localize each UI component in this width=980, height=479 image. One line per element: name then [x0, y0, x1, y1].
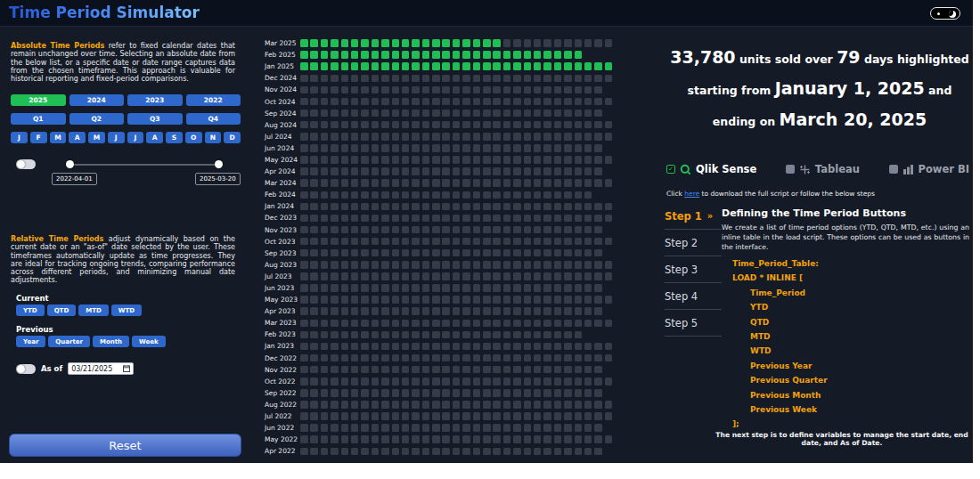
month-button-a[interactable]: A: [69, 132, 86, 143]
calendar-day-cell: [321, 354, 329, 362]
month-button-a[interactable]: A: [146, 132, 163, 143]
quarter-button-q4[interactable]: Q4: [186, 113, 241, 125]
year-button-2025[interactable]: 2025: [11, 94, 66, 106]
current-button-qtd[interactable]: QTD: [47, 304, 77, 316]
tool-tab-power-bi[interactable]: Power BI: [889, 163, 969, 175]
as-of-toggle[interactable]: [16, 364, 36, 374]
calendar-day-cell: [321, 424, 329, 432]
calendar-day-cell: [575, 110, 583, 118]
month-button-n[interactable]: N: [205, 132, 222, 143]
previous-button-year[interactable]: Year: [16, 336, 45, 347]
slider-handle-end[interactable]: [215, 160, 223, 168]
calendar-days: [300, 226, 602, 234]
download-link[interactable]: here: [684, 190, 699, 198]
calendar-day-cell: [442, 167, 450, 175]
step-item-1[interactable]: Step 1»: [665, 203, 722, 230]
calendar-day-cell: [543, 179, 551, 187]
calendar-day-cell: [462, 435, 470, 443]
year-button-2024[interactable]: 2024: [69, 94, 125, 106]
calendar-day-cell: [594, 284, 602, 292]
quarter-button-q2[interactable]: Q2: [69, 113, 125, 125]
calendar-day-cell: [331, 133, 339, 141]
year-button-2023[interactable]: 2023: [127, 94, 183, 106]
month-button-j[interactable]: J: [108, 132, 125, 143]
month-button-d[interactable]: D: [224, 132, 241, 143]
calendar-day-cell: [422, 343, 430, 351]
month-button-m[interactable]: M: [88, 132, 105, 143]
slider-handle-start[interactable]: [66, 160, 74, 168]
tool-checkbox[interactable]: [786, 165, 795, 174]
tool-tab-qlik-sense[interactable]: ✓Qlik Sense: [666, 163, 756, 175]
current-button-wtd[interactable]: WTD: [111, 304, 142, 316]
calendar-day-cell: [575, 144, 583, 152]
tool-tab-tableau[interactable]: Tableau: [786, 163, 860, 175]
calendar-day-cell: [432, 133, 440, 141]
calendar-day-cell: [605, 98, 613, 106]
month-button-s[interactable]: S: [166, 132, 183, 143]
calendar-day-cell: [543, 121, 551, 129]
month-button-j[interactable]: J: [11, 132, 28, 143]
calendar-day-cell: [483, 86, 491, 94]
calendar-day-cell: [361, 378, 369, 386]
month-button-o[interactable]: O: [185, 132, 202, 143]
reset-button[interactable]: Reset: [9, 434, 241, 457]
calendar-day-cell: [432, 39, 440, 47]
calendar-day-cell: [513, 331, 521, 339]
calendar-day-cell: [432, 412, 440, 420]
quarter-button-q1[interactable]: Q1: [11, 113, 66, 125]
calendar-day-cell: [534, 226, 542, 234]
current-button-mtd[interactable]: MTD: [78, 304, 109, 316]
quarter-button-q3[interactable]: Q3: [127, 113, 183, 125]
calendar-day-cell: [493, 110, 501, 118]
step-item-3[interactable]: Step 3: [665, 256, 722, 283]
calendar-day-cell: [594, 215, 602, 223]
calendar-day-cell: [503, 307, 511, 315]
calendar-day-cell: [462, 167, 470, 175]
calendar-day-cell: [524, 62, 532, 70]
calendar-day-cell: [575, 435, 583, 443]
dark-mode-toggle[interactable]: [930, 7, 960, 20]
calendar-day-cell: [554, 98, 562, 106]
calendar-day-cell: [331, 284, 339, 292]
step-item-4[interactable]: Step 4: [665, 283, 722, 310]
calendar-day-cell: [412, 133, 420, 141]
as-of-date-input[interactable]: 03/21/2025: [68, 362, 134, 375]
download-text-pre: Click: [666, 190, 684, 198]
calendar-day-cell: [392, 110, 400, 118]
calendar-day-cell: [341, 424, 349, 432]
calendar-day-cell: [321, 320, 329, 328]
year-button-2022[interactable]: 2022: [186, 94, 241, 106]
previous-button-month[interactable]: Month: [93, 336, 129, 347]
date-range-slider[interactable]: [66, 159, 223, 169]
calendar-day-cell: [300, 167, 308, 175]
calendar-day-cell: [372, 191, 380, 199]
calendar-day-cell: [422, 354, 430, 362]
calendar-day-cell: [503, 272, 511, 280]
month-button-m[interactable]: M: [50, 132, 67, 143]
calendar-day-cell: [412, 121, 420, 129]
calendar-day-cell: [392, 86, 400, 94]
calendar-row: Aug 2023: [265, 259, 612, 271]
month-button-j[interactable]: J: [127, 132, 144, 143]
previous-button-week[interactable]: Week: [132, 336, 166, 347]
calendar-day-cell: [575, 378, 583, 386]
calendar-day-cell: [381, 98, 389, 106]
calendar-day-cell: [331, 354, 339, 362]
calendar-day-cell: [453, 39, 461, 47]
calendar-day-cell: [473, 191, 481, 199]
calendar-day-cell: [321, 307, 329, 315]
step-item-2[interactable]: Step 2: [665, 230, 722, 256]
previous-button-quarter[interactable]: Quarter: [48, 336, 90, 347]
tool-checkbox[interactable]: ✓: [666, 165, 675, 174]
calendar-day-cell: [331, 343, 339, 351]
calendar-day-cell: [381, 343, 389, 351]
month-button-f[interactable]: F: [30, 132, 47, 143]
calendar-day-cell: [575, 249, 583, 257]
tool-checkbox[interactable]: [889, 165, 898, 174]
calendar-day-cell: [584, 424, 592, 432]
step-item-5[interactable]: Step 5: [665, 310, 722, 337]
calendar-day-cell: [402, 179, 410, 187]
current-button-ytd[interactable]: YTD: [16, 304, 45, 316]
absolute-range-toggle[interactable]: [16, 159, 36, 169]
calendar-day-cell: [483, 296, 491, 304]
